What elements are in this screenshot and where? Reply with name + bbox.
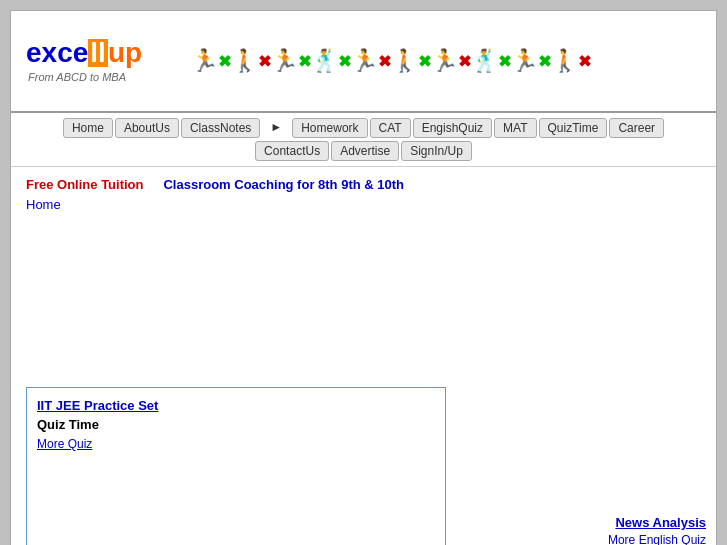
decor-cross9: ✖: [538, 52, 551, 71]
header-decoration: 🏃 ✖ 🚶 ✖ 🏃 ✖ 🕺 ✖ 🏃 ✖ 🚶 ✖ 🏃 ✖ 🕺 ✖ 🏃 ✖ 🚶: [186, 21, 596, 101]
nav-engishquiz[interactable]: EngishQuiz: [413, 118, 492, 138]
logo-area: excellup From ABCD to MBA: [26, 39, 186, 83]
decor-cross1: ✖: [218, 52, 231, 71]
logo-ll: ll: [88, 39, 108, 67]
right-panel: News Analysis More English Quiz: [516, 167, 716, 545]
nav-cat[interactable]: CAT: [370, 118, 411, 138]
decor-figure6: 🚶: [391, 48, 418, 74]
logo-excell: ex: [26, 37, 57, 68]
nav-row1: Home AboutUs ClassNotes ► Homework CAT E…: [11, 118, 716, 138]
nav-contactus[interactable]: ContactUs: [255, 141, 329, 161]
nav-advertise[interactable]: Advertise: [331, 141, 399, 161]
content-wrapper: Free Online Tuition Classroom Coaching f…: [11, 167, 716, 545]
nav-row2: ContactUs Advertise SignIn/Up: [11, 141, 716, 161]
classroom-coaching-link[interactable]: Classroom Coaching for 8th 9th & 10th: [163, 177, 404, 192]
decor-figure3: 🏃: [271, 48, 298, 74]
decor-figure10: 🚶: [551, 48, 578, 74]
quiz-time-label: Quiz Time: [37, 417, 435, 432]
decor-cross4: ✖: [338, 52, 351, 71]
decor-cross7: ✖: [458, 52, 471, 71]
nav-arrow: ►: [262, 118, 290, 138]
decor-cross2: ✖: [258, 52, 271, 71]
nav-homework[interactable]: Homework: [292, 118, 367, 138]
decor-figure7: 🏃: [431, 48, 458, 74]
nav-quiztime[interactable]: QuizTime: [539, 118, 608, 138]
free-tuition-bar: Free Online Tuition Classroom Coaching f…: [26, 177, 501, 192]
left-panel: Free Online Tuition Classroom Coaching f…: [11, 167, 516, 545]
logo: excellup: [26, 39, 186, 67]
free-tuition-text: Free Online Tuition: [26, 177, 143, 192]
tagline: From ABCD to MBA: [26, 71, 186, 83]
quiz-box: IIT JEE Practice Set Quiz Time More Quiz: [26, 387, 446, 545]
nav-home[interactable]: Home: [63, 118, 113, 138]
more-quiz-link[interactable]: More Quiz: [37, 437, 92, 451]
decor-cross3: ✖: [298, 52, 311, 71]
decor-cross8: ✖: [498, 52, 511, 71]
decor-figure4: 🕺: [311, 48, 338, 74]
decor-figure5: 🏃: [351, 48, 378, 74]
decor-figure1: 🏃: [191, 48, 218, 74]
ad-area: [26, 232, 501, 372]
decor-figure2: 🚶: [231, 48, 258, 74]
iit-jee-link[interactable]: IIT JEE Practice Set: [37, 398, 435, 413]
nav-career[interactable]: Career: [609, 118, 664, 138]
nav-signinup[interactable]: SignIn/Up: [401, 141, 472, 161]
logo-up: up: [108, 37, 142, 68]
news-analysis-link[interactable]: News Analysis: [608, 515, 706, 530]
nav-aboutus[interactable]: AboutUs: [115, 118, 179, 138]
header: excellup From ABCD to MBA 🏃 ✖ 🚶 ✖ 🏃 ✖ 🕺 …: [11, 11, 716, 113]
logo-cell: ce: [57, 37, 88, 68]
nav-mat[interactable]: MAT: [494, 118, 536, 138]
navigation: Home AboutUs ClassNotes ► Homework CAT E…: [11, 113, 716, 167]
decor-cross5: ✖: [378, 52, 391, 71]
decor-cross10: ✖: [578, 52, 591, 71]
right-bottom-links: News Analysis More English Quiz: [608, 515, 706, 545]
decor-figure9: 🏃: [511, 48, 538, 74]
more-english-quiz-link[interactable]: More English Quiz: [608, 533, 706, 545]
decor-figure8: 🕺: [471, 48, 498, 74]
nav-classnotes[interactable]: ClassNotes: [181, 118, 260, 138]
home-breadcrumb[interactable]: Home: [26, 197, 501, 212]
decor-cross6: ✖: [418, 52, 431, 71]
